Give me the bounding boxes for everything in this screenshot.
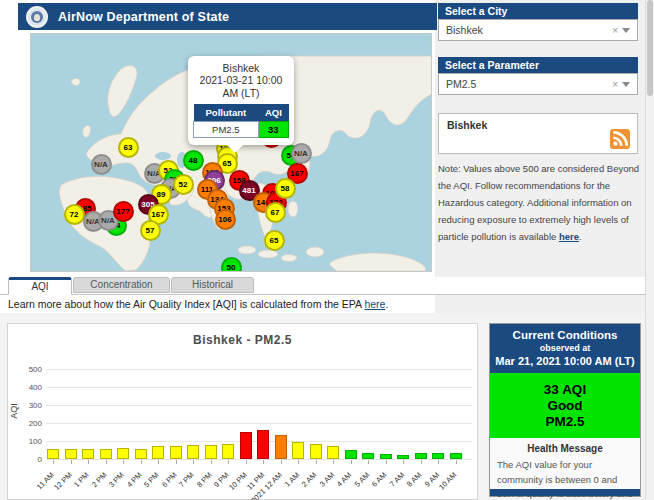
page-scrollbar[interactable] xyxy=(645,0,654,500)
gridline xyxy=(46,387,472,388)
tab-aqi[interactable]: AQI xyxy=(8,277,72,295)
map-marker-na[interactable]: N/A xyxy=(91,154,112,175)
x-axis-label: 5 PM xyxy=(142,470,161,489)
map-popup: Bishkek 2021-03-21 10:00 AM (LT) Polluta… xyxy=(188,56,294,145)
chart-bar[interactable] xyxy=(415,453,427,459)
map-marker[interactable]: 67 xyxy=(265,202,286,223)
aqi-note: Note: Values above 500 are considered Be… xyxy=(438,160,640,245)
map-marker[interactable]: 50 xyxy=(221,257,242,273)
popup-pollutant-value: PM2.5 xyxy=(194,122,259,138)
chart-bar[interactable] xyxy=(275,435,287,459)
chart-bar[interactable] xyxy=(100,449,112,459)
chevron-down-icon[interactable] xyxy=(622,82,630,87)
chart-bar[interactable] xyxy=(310,444,322,459)
x-axis-tick xyxy=(246,460,247,464)
chart-bar[interactable] xyxy=(362,453,374,459)
select-parameter-header: Select a Parameter xyxy=(438,57,638,73)
x-axis-tick xyxy=(368,460,369,464)
map-marker[interactable]: 58 xyxy=(275,178,296,199)
x-axis-label: 10 AM xyxy=(437,470,458,491)
parameter-select[interactable]: PM2.5 × xyxy=(438,73,638,95)
map-marker[interactable]: 106 xyxy=(215,209,236,230)
map-marker[interactable]: 72 xyxy=(64,204,85,225)
chart-bar[interactable] xyxy=(380,454,392,459)
parameter-select-value: PM2.5 xyxy=(439,78,608,90)
chart-bar[interactable] xyxy=(47,449,59,459)
map-marker-na[interactable]: N/A xyxy=(291,143,312,164)
chart-bar[interactable] xyxy=(257,430,269,459)
learn-more-text: Learn more about how the Air Quality Ind… xyxy=(8,298,388,310)
aqi-value-box: 33 AQI Good PM2.5 xyxy=(490,373,640,438)
chart-bar[interactable] xyxy=(345,450,357,459)
aqi-pollutant: PM2.5 xyxy=(490,414,640,430)
chart-bar[interactable] xyxy=(82,449,94,459)
x-axis-label: 2 PM xyxy=(90,470,109,489)
gridline xyxy=(46,405,472,406)
x-axis-label: 7 PM xyxy=(177,470,196,489)
x-axis-label: 4 AM xyxy=(335,470,353,488)
chart-bar[interactable] xyxy=(397,455,409,459)
x-axis-label: 12 PM xyxy=(52,470,74,492)
x-axis-tick xyxy=(53,460,54,464)
chart-bar[interactable] xyxy=(240,432,252,459)
x-axis-tick xyxy=(71,460,72,464)
tab-historical[interactable]: Historical xyxy=(171,277,254,293)
x-axis-label: 1 AM xyxy=(283,470,301,488)
chart-bar[interactable] xyxy=(187,445,199,459)
chart-bar[interactable] xyxy=(170,446,182,459)
health-message-title: Health Message xyxy=(490,443,640,454)
x-axis-tick xyxy=(351,460,352,464)
chart-bar[interactable] xyxy=(135,449,147,459)
dos-seal-icon xyxy=(26,6,48,28)
x-axis-label: 7 AM xyxy=(388,470,406,488)
clear-parameter-icon[interactable]: × xyxy=(608,79,622,90)
aqi-bar-chart: Bishkek - PM2.5 AQI 010020030040050011 A… xyxy=(7,323,478,500)
chart-bar[interactable] xyxy=(432,453,444,459)
learn-more-here-link[interactable]: here xyxy=(364,298,385,310)
chart-bar[interactable] xyxy=(450,453,462,459)
x-axis-tick xyxy=(228,460,229,464)
scrollbar-thumb[interactable] xyxy=(647,0,653,96)
map-marker[interactable]: 63 xyxy=(118,137,139,158)
clear-city-icon[interactable]: × xyxy=(608,25,622,36)
popup-table: Pollutant AQI PM2.5 33 xyxy=(193,104,289,138)
chart-bar[interactable] xyxy=(65,449,77,459)
note-here-link[interactable]: here xyxy=(559,231,579,242)
chevron-down-icon[interactable] xyxy=(622,28,630,33)
map-marker[interactable]: 48 xyxy=(183,150,204,171)
x-axis-tick xyxy=(456,460,457,464)
gridline xyxy=(46,423,472,424)
city-select-value: Bishkek xyxy=(439,24,608,36)
current-conditions-panel: Current Conditions observed at Mar 21, 2… xyxy=(489,323,641,497)
tab-bar: AQI Concentration Historical xyxy=(0,277,646,295)
aqi-world-map[interactable]: 63N/A48N/A5250N/A52891857284N/AN/A177305… xyxy=(30,33,432,272)
y-axis-tick: 400 xyxy=(14,383,42,392)
chart-bar[interactable] xyxy=(222,444,234,459)
x-axis-label: 6 PM xyxy=(160,470,179,489)
chart-bar[interactable] xyxy=(205,445,217,459)
x-axis-tick xyxy=(158,460,159,464)
y-axis-tick: 0 xyxy=(14,455,42,464)
chart-bar[interactable] xyxy=(117,448,129,459)
map-marker[interactable]: 52 xyxy=(173,174,194,195)
popup-city: Bishkek xyxy=(193,62,289,74)
x-axis-label: 5 AM xyxy=(353,470,371,488)
tab-concentration[interactable]: Concentration xyxy=(73,277,170,293)
chart-bar[interactable] xyxy=(292,442,304,459)
x-axis-tick xyxy=(421,460,422,464)
rss-icon[interactable] xyxy=(609,129,631,149)
popup-col-pollutant: Pollutant xyxy=(194,104,259,122)
popup-datetime: 2021-03-21 10:00 AM (LT) xyxy=(193,74,289,100)
x-axis-tick xyxy=(263,460,264,464)
app-header: AirNow Department of State xyxy=(18,3,437,30)
chart-bar[interactable] xyxy=(327,446,339,459)
map-marker[interactable]: 65 xyxy=(264,230,285,251)
map-marker[interactable]: 177 xyxy=(113,201,134,222)
gridline xyxy=(46,459,472,460)
x-axis-label: 3 PM xyxy=(107,470,126,489)
city-select[interactable]: Bishkek × xyxy=(438,19,638,41)
x-axis-label: 2 AM xyxy=(300,470,318,488)
y-axis-tick: 300 xyxy=(14,401,42,410)
map-marker[interactable]: 57 xyxy=(140,220,161,241)
chart-bar[interactable] xyxy=(152,446,164,459)
